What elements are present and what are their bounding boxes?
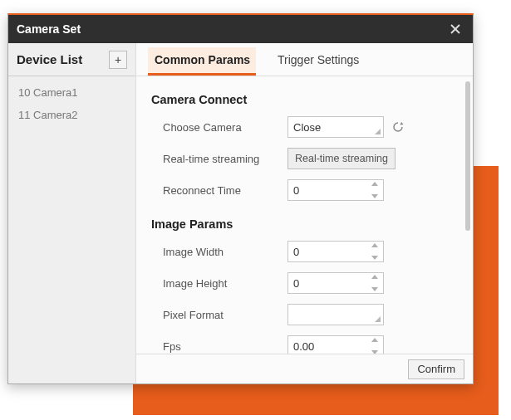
refresh-camera-button[interactable] <box>391 120 405 134</box>
row-fps: Fps 0.00 <box>163 335 448 354</box>
row-pixel-format: Pixel Format <box>163 304 448 325</box>
close-button[interactable] <box>446 20 464 38</box>
close-icon <box>450 23 461 35</box>
choose-camera-select[interactable]: Close <box>287 116 384 138</box>
image-width-label: Image Width <box>163 246 287 258</box>
reconnect-time-input[interactable]: 0 <box>287 179 384 201</box>
spin-up-icon[interactable] <box>371 243 378 247</box>
choose-camera-value: Close <box>288 121 383 134</box>
refresh-icon <box>391 120 405 134</box>
reconnect-time-value: 0 <box>288 184 383 197</box>
reconnect-time-label: Reconnect Time <box>163 184 287 197</box>
device-list: 10 Camera1 11 Camera2 <box>8 76 135 126</box>
section-camera-connect-title: Camera Connect <box>151 93 448 106</box>
pixel-format-select[interactable] <box>287 304 384 325</box>
image-height-input[interactable]: 0 <box>287 272 384 294</box>
spin-up-icon[interactable] <box>371 182 378 186</box>
device-item[interactable]: 10 Camera1 <box>8 81 135 104</box>
image-height-label: Image Height <box>163 277 287 290</box>
section-image-params-title: Image Params <box>151 217 448 231</box>
tab-trigger-settings[interactable]: Trigger Settings <box>276 47 361 76</box>
tab-common-params[interactable]: Common Params <box>148 47 256 76</box>
row-reconnect-time: Reconnect Time 0 <box>163 179 448 201</box>
content-wrap: Camera Connect Choose Camera Close <box>136 76 473 354</box>
footer: Confirm <box>136 354 473 383</box>
device-list-panel: Device List + 10 Camera1 11 Camera2 <box>8 43 136 383</box>
camera-set-window: Camera Set Device List + 10 Camera1 11 C… <box>7 13 474 384</box>
spin-down-icon[interactable] <box>371 194 378 198</box>
realtime-streaming-button[interactable]: Real-time streaming <box>287 148 396 169</box>
spin-down-icon[interactable] <box>371 256 378 260</box>
add-device-button[interactable]: + <box>109 51 127 69</box>
window-body: Device List + 10 Camera1 11 Camera2 Comm… <box>8 43 473 383</box>
plus-icon: + <box>115 53 121 66</box>
fps-value: 0.00 <box>288 340 383 353</box>
image-width-input[interactable]: 0 <box>287 241 384 262</box>
row-realtime-streaming: Real-time streaming Real-time streaming <box>163 148 448 169</box>
titlebar: Camera Set <box>8 15 473 43</box>
device-item[interactable]: 11 Camera2 <box>8 104 135 126</box>
device-list-header: Device List + <box>8 43 135 76</box>
row-image-width: Image Width 0 <box>163 241 448 262</box>
image-height-value: 0 <box>288 277 383 290</box>
fps-input[interactable]: 0.00 <box>287 335 384 354</box>
main-panel: Common Params Trigger Settings Camera Co… <box>136 43 473 383</box>
device-list-title: Device List <box>17 52 109 66</box>
spin-down-icon[interactable] <box>371 350 378 354</box>
tabs: Common Params Trigger Settings <box>136 43 473 76</box>
spin-up-icon[interactable] <box>371 338 378 342</box>
confirm-button[interactable]: Confirm <box>408 359 464 379</box>
pixel-format-label: Pixel Format <box>163 309 287 321</box>
svg-marker-2 <box>400 122 404 125</box>
row-image-height: Image Height 0 <box>163 272 448 294</box>
window-title: Camera Set <box>17 22 446 36</box>
image-width-value: 0 <box>288 246 383 258</box>
spin-down-icon[interactable] <box>371 287 378 291</box>
params-content[interactable]: Camera Connect Choose Camera Close <box>136 76 463 354</box>
row-choose-camera: Choose Camera Close <box>163 116 448 138</box>
content-scrollbar[interactable] <box>465 81 470 231</box>
choose-camera-label: Choose Camera <box>163 121 287 134</box>
fps-label: Fps <box>163 340 287 353</box>
realtime-streaming-label: Real-time streaming <box>163 153 287 165</box>
spin-up-icon[interactable] <box>371 275 378 279</box>
